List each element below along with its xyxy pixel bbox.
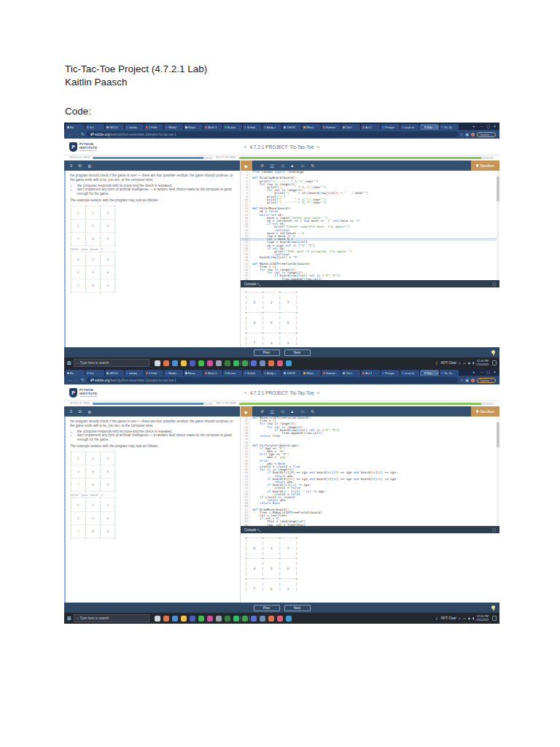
prev-page-button[interactable]: Prev <box>254 349 280 356</box>
taskbar-icon-settings[interactable] <box>216 360 222 366</box>
browser-tab[interactable]: 1 Febr <box>144 370 163 376</box>
editor-scrollbar-thumb[interactable] <box>497 177 499 201</box>
python-institute-logo[interactable]: P PYTHON INSTITUTE <box>69 142 97 152</box>
profile-avatar[interactable] <box>471 379 475 382</box>
browser-tab[interactable]: Econo <box>223 370 242 376</box>
menu-icon[interactable]: ≡ <box>70 163 73 168</box>
browser-tab[interactable]: GROU <box>105 124 124 130</box>
browser-tab[interactable]: Mark 1 <box>203 124 222 130</box>
upload-icon[interactable]: ▲ <box>290 409 294 414</box>
forward-icon[interactable]: → <box>74 378 79 382</box>
browser-tab[interactable]: Roman <box>322 124 341 130</box>
taskbar-icon-gitkraken[interactable] <box>277 360 283 366</box>
code-editor[interactable]: 1from random import randrange23def Displ… <box>241 171 499 280</box>
close-icon[interactable]: × <box>494 370 496 374</box>
taskbar-icon-whatsapp[interactable] <box>198 360 204 366</box>
url-input[interactable]: edube.org/learn/python-essentials-1/proj… <box>87 377 458 383</box>
taskbar-icon-onedrive[interactable] <box>260 360 265 366</box>
taskbar-icon-obs[interactable] <box>225 616 230 622</box>
weather-widget[interactable]: ☾ 49°F Clear <box>435 616 456 621</box>
prev-page-button[interactable]: Prev <box>254 605 280 611</box>
panel-scrollbar[interactable] <box>64 417 66 603</box>
hidden-icons-caret-icon[interactable]: ∧ <box>459 616 461 620</box>
console-expand-icon[interactable]: ▢ <box>492 527 496 532</box>
browser-tab[interactable]: What i <box>302 370 321 376</box>
battery-icon[interactable]: ▮ <box>472 361 474 365</box>
start-button-icon[interactable]: ⊞ <box>67 360 71 365</box>
share-icon[interactable]: ◁ <box>281 163 284 168</box>
taskbar-icon-powerpoint[interactable] <box>268 616 274 622</box>
browser-tab[interactable]: CHOR <box>282 370 301 376</box>
browser-tab[interactable]: GROU <box>105 370 124 376</box>
network-icon[interactable]: ▭ <box>463 616 466 620</box>
taskbar-icon-file-explorer[interactable] <box>181 360 187 366</box>
taskbar-clock[interactable]: 12:16 PM 2/15/2023 <box>476 360 489 366</box>
browser-tab[interactable]: Cita f <box>341 124 360 130</box>
extensions-icon[interactable]: ▣ <box>465 378 469 382</box>
sandbox-button[interactable]: Sandbox <box>471 406 499 417</box>
taskbar-icon-discord[interactable] <box>251 360 257 366</box>
taskbar-icon-clipchamp[interactable] <box>207 616 213 622</box>
taskbar-icon-photos[interactable] <box>163 360 169 366</box>
taskbar-icon-chrome[interactable] <box>172 360 178 366</box>
notification-center-icon[interactable] <box>492 360 497 365</box>
tab-close-icon[interactable]: × <box>436 371 438 375</box>
editor-scrollbar-thumb[interactable] <box>497 422 499 447</box>
next-section-arrow-icon[interactable]: » <box>317 144 320 150</box>
minimize-icon[interactable]: – <box>481 124 483 128</box>
copy-icon[interactable]: ◫ <box>271 163 274 168</box>
tab-close-icon[interactable]: × <box>436 125 438 129</box>
code-line[interactable]: 66 row, col = free[this] <box>241 524 499 526</box>
forward-icon[interactable]: → <box>74 132 79 136</box>
browser-tab[interactable]: CHOR <box>282 124 301 130</box>
close-icon[interactable]: × <box>494 124 496 128</box>
taskbar-search-input[interactable]: ○ Type here to search <box>74 614 149 622</box>
taskbar-icon-edube[interactable] <box>242 616 248 622</box>
next-page-button[interactable]: Next <box>284 605 311 611</box>
taskbar-icon-obs[interactable] <box>225 360 230 366</box>
browser-tab[interactable]: Act 2 <box>361 370 380 376</box>
settings-gear-icon[interactable]: ⚙ <box>88 409 91 414</box>
editor-scrollbar[interactable] <box>497 171 499 280</box>
browser-tab[interactable]: edube <box>125 124 144 130</box>
volume-icon[interactable]: ◆ <box>468 616 470 620</box>
history-icon[interactable]: ↺ <box>260 409 264 414</box>
prev-section-arrow-icon[interactable]: « <box>244 390 247 395</box>
next-section-arrow-icon[interactable]: » <box>317 390 320 395</box>
taskbar-icon-clipchamp[interactable] <box>207 360 213 366</box>
browser-tab[interactable]: Act 2 <box>361 124 380 130</box>
browser-tab[interactable]: Sched <box>243 370 262 376</box>
folder-icon[interactable]: ▭ <box>301 409 305 414</box>
browser-update-button[interactable]: Update⋮ <box>477 132 496 137</box>
taskbar-icon-teams[interactable] <box>190 360 195 366</box>
notification-center-icon[interactable] <box>492 616 497 621</box>
hint-lightbulb-icon[interactable] <box>491 350 495 354</box>
hidden-icons-caret-icon[interactable]: ∧ <box>459 361 461 365</box>
reload-icon[interactable]: ↻ <box>81 132 85 136</box>
browser-tab[interactable]: Mozo <box>184 124 203 130</box>
panel-scrollbar[interactable] <box>64 171 66 347</box>
taskbar-icon-powerpoint[interactable] <box>268 360 274 366</box>
notifications-bell-icon[interactable]: Ω <box>79 409 82 414</box>
new-tab-icon[interactable]: + <box>472 368 475 376</box>
taskbar-icon-edube[interactable] <box>242 360 248 366</box>
taskbar-icon-gitkraken[interactable] <box>277 616 283 622</box>
taskbar-icon-edge[interactable] <box>286 360 292 366</box>
volume-icon[interactable]: ◆ <box>468 361 470 365</box>
battery-icon[interactable]: ▮ <box>472 616 474 620</box>
taskbar-icon-whatsapp[interactable] <box>198 616 204 622</box>
back-icon[interactable]: ← <box>68 378 72 382</box>
browser-tab[interactable]: Econo <box>223 124 242 130</box>
taskbar-icon-spotify[interactable] <box>233 616 239 622</box>
browser-tab[interactable]: Prospe <box>381 370 400 376</box>
browser-tab[interactable]: Modul <box>164 370 183 376</box>
browser-tab[interactable]: What i <box>302 124 321 130</box>
prev-section-arrow-icon[interactable]: « <box>244 144 247 150</box>
browser-tab[interactable]: Sci <box>85 370 104 376</box>
menu-icon[interactable]: ≡ <box>70 409 73 414</box>
browser-tab[interactable]: Cita f <box>341 370 360 376</box>
notifications-bell-icon[interactable]: Ω <box>79 163 82 168</box>
copy-icon[interactable]: ◫ <box>271 409 274 414</box>
profile-avatar[interactable] <box>471 133 475 136</box>
browser-tab[interactable]: Mark 1 <box>203 370 222 376</box>
